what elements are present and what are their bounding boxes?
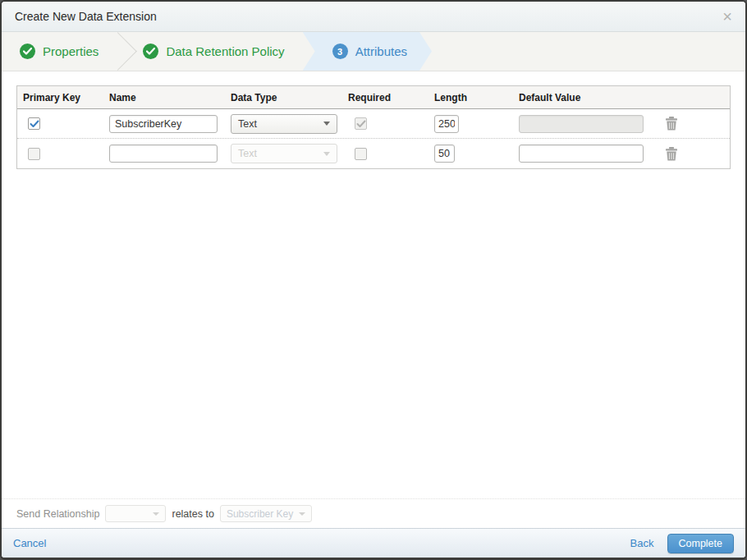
- step-number-badge: 3: [332, 44, 348, 59]
- chevron-down-icon: [323, 152, 330, 156]
- modal-content: Primary Key Name Data Type Required Leng…: [2, 71, 745, 528]
- wizard-step-attributes[interactable]: 3 Attributes: [303, 32, 432, 71]
- data-type-select[interactable]: Text: [231, 114, 337, 134]
- col-header-required: Required: [342, 92, 428, 103]
- default-value-input[interactable]: [519, 145, 644, 163]
- attributes-table: Primary Key Name Data Type Required Leng…: [16, 85, 731, 169]
- attribute-row-1: Text: [17, 109, 730, 139]
- col-header-data-type: Data Type: [225, 92, 342, 103]
- send-relationship-bar: Send Relationship relates to Subscriber …: [2, 498, 745, 528]
- required-checkbox-disabled: [355, 117, 367, 130]
- primary-key-checkbox[interactable]: [28, 148, 40, 160]
- wizard-step-properties[interactable]: Properties: [8, 32, 131, 71]
- complete-button[interactable]: Complete: [667, 534, 735, 553]
- step-label: Attributes: [355, 44, 407, 58]
- col-header-default-value: Default Value: [513, 92, 651, 103]
- step-complete-check-icon: [143, 44, 158, 59]
- modal-title: Create New Data Extension: [15, 10, 157, 23]
- close-icon[interactable]: ×: [722, 8, 732, 25]
- chevron-down-icon: [153, 512, 159, 516]
- chevron-down-icon: [299, 512, 305, 516]
- wizard-step-bar: Properties Data Retention Policy 3 Attri…: [2, 32, 745, 71]
- modal-footer: Cancel Back Complete: [2, 528, 745, 558]
- subscriber-key-select-disabled: Subscriber Key: [220, 505, 312, 522]
- primary-key-checkbox[interactable]: [28, 117, 40, 130]
- delete-row-trash-icon[interactable]: [665, 117, 678, 131]
- data-type-select-disabled: Text: [231, 144, 337, 163]
- chevron-down-icon: [323, 122, 330, 126]
- create-data-extension-modal: Create New Data Extension × Properties D…: [0, 0, 747, 560]
- required-checkbox[interactable]: [355, 148, 367, 160]
- default-value-input-disabled: [519, 115, 644, 133]
- col-header-primary-key: Primary Key: [17, 92, 103, 103]
- relates-to-label: relates to: [172, 508, 213, 520]
- attribute-row-2: Text: [17, 139, 730, 168]
- send-relationship-field-select-disabled: [105, 505, 166, 522]
- subscriber-key-value: Subscriber Key: [227, 508, 293, 520]
- col-header-name: Name: [103, 92, 225, 103]
- attribute-name-input[interactable]: [109, 145, 218, 163]
- wizard-step-data-retention-policy[interactable]: Data Retention Policy: [131, 32, 317, 71]
- length-input[interactable]: [434, 115, 459, 133]
- attributes-table-header: Primary Key Name Data Type Required Leng…: [17, 86, 730, 109]
- step-label: Data Retention Policy: [166, 44, 284, 58]
- cancel-link[interactable]: Cancel: [13, 537, 46, 549]
- send-relationship-label: Send Relationship: [16, 508, 99, 520]
- attribute-name-input[interactable]: [109, 115, 218, 133]
- step-label: Properties: [43, 44, 99, 58]
- col-header-length: Length: [428, 92, 513, 103]
- step-complete-check-icon: [20, 44, 35, 59]
- modal-titlebar: Create New Data Extension ×: [2, 2, 745, 32]
- delete-row-trash-icon[interactable]: [665, 147, 678, 161]
- data-type-value: Text: [238, 148, 257, 159]
- length-input[interactable]: [434, 145, 455, 163]
- data-type-value: Text: [238, 118, 257, 130]
- back-link[interactable]: Back: [630, 537, 654, 549]
